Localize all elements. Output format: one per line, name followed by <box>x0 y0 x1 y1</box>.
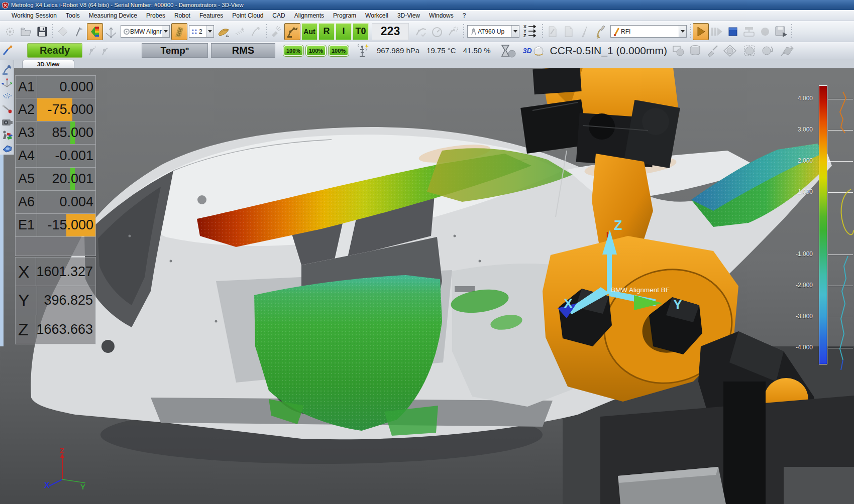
dropdown-arrow-icon[interactable] <box>206 26 214 37</box>
menu-working-session[interactable]: Working Session <box>7 11 61 20</box>
dropdown-arrow-icon[interactable] <box>511 26 519 37</box>
deviation-histogram-curves <box>828 83 854 371</box>
colormap-icon[interactable] <box>87 23 103 40</box>
alignment-axes-icon[interactable] <box>1 76 14 89</box>
coord-row-z: Z1663.663 <box>15 315 96 344</box>
axis-row-e1: E1-15.000 <box>15 214 96 237</box>
transform-icon[interactable] <box>55 23 71 40</box>
menu-measuring-device[interactable]: Measuring Device <box>84 11 142 20</box>
machine-home-icon[interactable] <box>741 23 757 40</box>
menu-tools[interactable]: Tools <box>61 11 84 20</box>
threed-probe-label: 3D <box>523 47 532 55</box>
title-bar[interactable]: Metrolog X4 Leica i-Robot V8 (64 bits) -… <box>0 0 854 10</box>
axis-value: -15.000 <box>47 217 93 233</box>
cad-part-icon[interactable] <box>1 142 14 155</box>
point-cloud-view-icon[interactable] <box>1 89 14 102</box>
scale-label: 3.000 <box>784 126 813 133</box>
menu-3d-view[interactable]: 3D-View <box>393 11 424 20</box>
menu-bar: Working Session Tools Measuring Device P… <box>0 10 854 21</box>
probe-view-icon[interactable] <box>1 102 14 115</box>
profile-dropdown[interactable]: RFI <box>610 25 687 38</box>
box-select-icon[interactable] <box>671 44 686 58</box>
inspect-arrow-icon[interactable] <box>248 23 264 40</box>
robot-settings-icon[interactable] <box>445 23 461 40</box>
probe-file-icon[interactable] <box>545 23 561 40</box>
profile-dropdown-value: RFI <box>621 28 679 35</box>
save-session-icon[interactable] <box>34 23 50 40</box>
workcell-view-icon[interactable] <box>1 129 14 142</box>
scale-label: -3.000 <box>784 313 813 320</box>
world-z-label: Z <box>60 447 64 455</box>
axis-row-a4: A4-0.001 <box>15 145 96 168</box>
tracker-dropdown-value: AT960 Up <box>478 28 511 35</box>
mode-t0-button[interactable]: T0 <box>353 23 369 40</box>
stop-program-icon[interactable] <box>725 23 741 40</box>
robot-teach-icon[interactable] <box>284 23 300 40</box>
sphere-select-icon[interactable] <box>742 44 758 58</box>
alignment-dropdown[interactable]: BMW Alignr <box>121 25 170 38</box>
quick-tool-icon[interactable] <box>2 45 13 56</box>
window-title: Metrolog X4 Leica i-Robot V8 (64 bits) -… <box>11 2 244 8</box>
tracker-dropdown[interactable]: AT960 Up <box>467 25 519 38</box>
temp-button[interactable]: Temp° <box>142 43 208 58</box>
coord-label: Z <box>16 315 36 344</box>
scene-canvas[interactable]: Z X Y BMW Alignment BF Z X Y <box>0 68 854 504</box>
step-forward-icon[interactable] <box>709 23 725 40</box>
rms-button[interactable]: RMS <box>211 43 275 58</box>
axis-label: A5 <box>16 168 37 190</box>
speed-gauge-icon[interactable] <box>429 23 445 40</box>
weather-station-icon <box>355 44 370 58</box>
menu-help[interactable]: ? <box>458 11 471 20</box>
menu-probes[interactable]: Probes <box>142 11 170 20</box>
mode-r-button[interactable]: R <box>318 23 335 40</box>
reflector-hand-icon[interactable] <box>593 23 609 40</box>
axis-value: 20.001 <box>52 171 93 187</box>
cylinder-select-icon[interactable] <box>688 44 703 58</box>
tab-3d-view[interactable]: 3D-View <box>22 60 74 68</box>
rotate-select-icon[interactable] <box>760 44 775 58</box>
menu-cad[interactable]: CAD <box>268 11 289 20</box>
device-view-icon[interactable] <box>1 63 14 76</box>
3d-viewport[interactable]: Z X Y BMW Alignment BF Z X Y <box>0 68 854 504</box>
diamond-select-icon[interactable] <box>722 44 737 58</box>
axis-label: A1 <box>16 76 37 98</box>
brush-select-icon[interactable] <box>705 44 720 58</box>
axis-label: A6 <box>16 191 37 213</box>
scanner-spray-icon[interactable] <box>268 23 284 40</box>
stylus-icon[interactable] <box>577 23 593 40</box>
dropdown-arrow-icon[interactable] <box>679 26 686 37</box>
robot-check-icon[interactable] <box>413 23 429 40</box>
menu-alignments[interactable]: Alignments <box>290 11 329 20</box>
record-icon[interactable] <box>757 23 773 40</box>
mode-aut-button[interactable]: Aut <box>301 23 317 40</box>
application-window: Metrolog X4 Leica i-Robot V8 (64 bits) -… <box>0 0 854 504</box>
feature-axes-icon[interactable] <box>103 23 119 40</box>
report-file-icon[interactable] <box>561 23 577 40</box>
menu-program[interactable]: Program <box>329 11 361 20</box>
session-sync-icon[interactable] <box>2 23 18 40</box>
mode-i-button[interactable]: I <box>336 23 352 40</box>
toolbar-separator <box>265 24 267 39</box>
plane-view-icon[interactable] <box>780 44 795 58</box>
menu-workcell[interactable]: Workcell <box>361 11 393 20</box>
status-bar: Ready 1 Temp° RMS 100% 100% 100% 967.989… <box>0 42 854 59</box>
menu-features[interactable]: Features <box>195 11 228 20</box>
axis-label: A4 <box>16 145 37 167</box>
menu-windows[interactable]: Windows <box>424 11 458 20</box>
surface-icon[interactable] <box>216 23 232 40</box>
open-session-icon[interactable] <box>18 23 34 40</box>
menu-point-cloud[interactable]: Point Cloud <box>228 11 268 20</box>
program-counter: 223 <box>372 23 409 40</box>
menu-robot[interactable]: Robot <box>170 11 195 20</box>
dropdown-arrow-icon[interactable] <box>162 26 169 37</box>
point-cloud-tool-icon[interactable] <box>232 23 248 40</box>
viewport-tab-bar: 3D-View <box>0 59 854 68</box>
play-program-icon[interactable] <box>693 23 709 40</box>
export-save-icon[interactable] <box>773 23 789 40</box>
xyz-axes-icon[interactable]: XYZ <box>521 23 540 40</box>
probe-flag-icon[interactable] <box>71 23 87 40</box>
view-count-dropdown[interactable]: 2 <box>189 25 214 38</box>
camera-view-icon[interactable] <box>1 115 14 129</box>
toolbar-separator <box>790 24 793 39</box>
mesh-display-icon[interactable] <box>171 23 187 40</box>
